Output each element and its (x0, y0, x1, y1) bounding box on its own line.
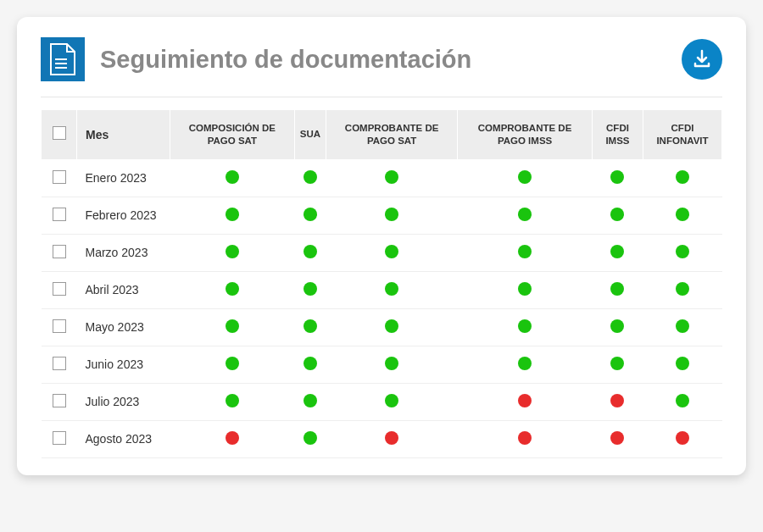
status-cell (170, 234, 295, 271)
status-cell (458, 308, 593, 346)
page-title: Seguimiento de documentación (100, 46, 471, 74)
header-cfdi-infonavit: CFDI INFONAVIT (643, 110, 721, 160)
table-header-row: Mes COMPOSICIÓN DE PAGO SAT SUA COMPROBA… (42, 110, 722, 160)
table-row: Julio 2023 (42, 383, 722, 420)
status-cell (170, 159, 295, 197)
row-mes-label: Julio 2023 (77, 383, 170, 420)
document-icon (41, 37, 85, 81)
table-row: Enero 2023 (42, 159, 722, 197)
divider (41, 97, 722, 97)
status-dot-green (676, 394, 689, 407)
status-cell (294, 346, 326, 383)
row-checkbox[interactable] (53, 208, 66, 221)
status-cell (643, 197, 721, 234)
status-dot-green (304, 394, 317, 407)
select-all-checkbox[interactable] (53, 126, 66, 140)
row-checkbox[interactable] (53, 394, 66, 407)
row-mes-label: Abril 2023 (77, 271, 170, 308)
status-dot-green (226, 245, 239, 258)
status-cell (170, 346, 295, 383)
status-cell (458, 234, 593, 271)
status-cell (294, 197, 326, 234)
row-mes-label: Mayo 2023 (77, 308, 170, 346)
row-checkbox[interactable] (53, 319, 66, 333)
status-dot-green (610, 282, 624, 296)
status-cell (294, 420, 326, 457)
row-checkbox-cell (42, 420, 77, 457)
row-checkbox-cell (42, 234, 77, 271)
status-cell (643, 420, 721, 457)
status-dot-green (676, 208, 689, 221)
row-checkbox-cell (42, 271, 77, 308)
status-dot-red (518, 431, 532, 445)
status-dot-red (676, 431, 689, 445)
status-cell (294, 271, 326, 308)
table-row: Mayo 2023 (42, 308, 722, 346)
row-checkbox[interactable] (53, 170, 66, 184)
status-dot-green (226, 208, 239, 221)
status-cell (458, 197, 593, 234)
status-dot-green (518, 245, 532, 258)
status-cell (458, 159, 593, 197)
status-cell (326, 271, 458, 308)
status-dot-green (385, 357, 398, 370)
row-checkbox[interactable] (53, 431, 66, 445)
row-checkbox[interactable] (53, 282, 66, 296)
row-mes-label: Marzo 2023 (77, 234, 170, 271)
status-cell (593, 271, 643, 308)
status-dot-green (518, 282, 532, 296)
status-dot-green (304, 357, 317, 370)
status-cell (170, 383, 295, 420)
header-comprobante-pago-sat: COMPROBANTE DE PAGO SAT (326, 110, 458, 160)
status-dot-green (610, 357, 624, 370)
header-mes: Mes (77, 110, 170, 160)
status-dot-green (304, 245, 317, 258)
status-dot-green (610, 319, 624, 333)
status-dot-green (385, 394, 398, 407)
status-dot-green (676, 282, 689, 296)
status-dot-green (226, 394, 239, 407)
download-button[interactable] (682, 39, 722, 80)
status-cell (326, 420, 458, 457)
status-dot-green (610, 208, 624, 221)
status-dot-green (304, 431, 317, 445)
row-checkbox[interactable] (53, 357, 66, 370)
status-cell (326, 383, 458, 420)
status-cell (458, 271, 593, 308)
status-dot-red (610, 431, 624, 445)
status-dot-green (385, 282, 398, 296)
status-dot-green (385, 208, 398, 221)
status-dot-green (226, 170, 239, 184)
header-cfdi-imss: CFDI IMSS (593, 110, 643, 160)
row-checkbox-cell (42, 383, 77, 420)
status-cell (294, 159, 326, 197)
card-header: Seguimiento de documentación (41, 37, 722, 81)
status-dot-green (304, 170, 317, 184)
status-cell (643, 383, 721, 420)
row-checkbox-cell (42, 308, 77, 346)
status-cell (643, 159, 721, 197)
table-row: Agosto 2023 (42, 420, 722, 457)
status-cell (593, 383, 643, 420)
download-icon (691, 48, 713, 70)
status-dot-green (304, 282, 317, 296)
header-comprobante-pago-imss: COMPROBANTE DE PAGO IMSS (458, 110, 593, 160)
row-checkbox[interactable] (53, 245, 66, 258)
table-row: Marzo 2023 (42, 234, 722, 271)
header-checkbox-col (42, 110, 77, 160)
status-cell (593, 420, 643, 457)
status-dot-green (304, 208, 317, 221)
status-cell (593, 346, 643, 383)
status-cell (643, 308, 721, 346)
status-dot-red (385, 431, 398, 445)
status-cell (170, 197, 295, 234)
status-dot-green (518, 208, 532, 221)
status-dot-green (610, 170, 624, 184)
status-cell (294, 234, 326, 271)
table-row: Febrero 2023 (42, 197, 722, 234)
status-dot-red (610, 394, 624, 407)
table-row: Junio 2023 (42, 346, 722, 383)
status-cell (294, 383, 326, 420)
status-dot-green (226, 357, 239, 370)
row-checkbox-cell (42, 197, 77, 234)
